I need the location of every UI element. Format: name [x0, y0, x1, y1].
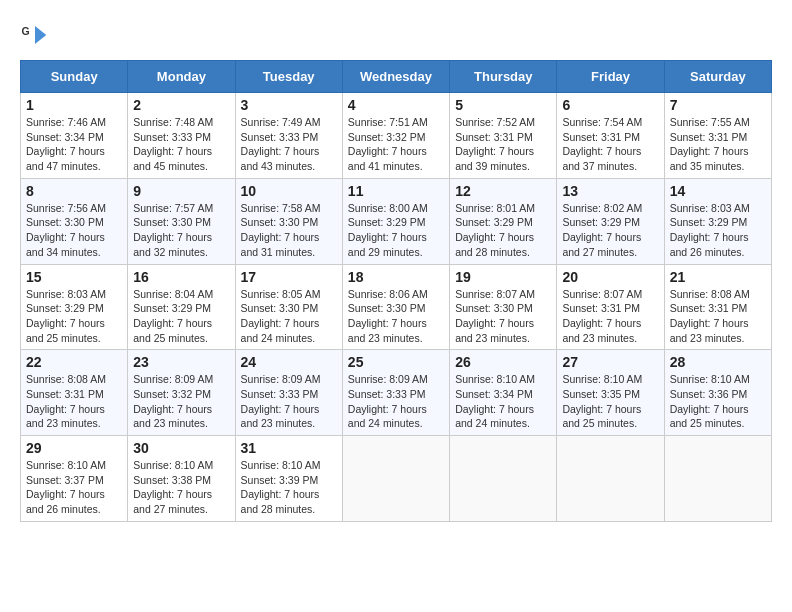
- day-info: Sunrise: 8:03 AM Sunset: 3:29 PM Dayligh…: [26, 287, 122, 346]
- calendar-cell: 19Sunrise: 8:07 AM Sunset: 3:30 PM Dayli…: [450, 264, 557, 350]
- day-info: Sunrise: 8:10 AM Sunset: 3:34 PM Dayligh…: [455, 372, 551, 431]
- day-info: Sunrise: 8:03 AM Sunset: 3:29 PM Dayligh…: [670, 201, 766, 260]
- calendar-cell: 15Sunrise: 8:03 AM Sunset: 3:29 PM Dayli…: [21, 264, 128, 350]
- logo: G: [20, 20, 54, 50]
- day-number: 3: [241, 97, 337, 113]
- calendar-cell: 12Sunrise: 8:01 AM Sunset: 3:29 PM Dayli…: [450, 178, 557, 264]
- calendar-cell: 9Sunrise: 7:57 AM Sunset: 3:30 PM Daylig…: [128, 178, 235, 264]
- day-info: Sunrise: 8:10 AM Sunset: 3:38 PM Dayligh…: [133, 458, 229, 517]
- calendar-cell: 25Sunrise: 8:09 AM Sunset: 3:33 PM Dayli…: [342, 350, 449, 436]
- day-number: 30: [133, 440, 229, 456]
- calendar-cell: 6Sunrise: 7:54 AM Sunset: 3:31 PM Daylig…: [557, 93, 664, 179]
- day-info: Sunrise: 8:08 AM Sunset: 3:31 PM Dayligh…: [670, 287, 766, 346]
- calendar-cell: 7Sunrise: 7:55 AM Sunset: 3:31 PM Daylig…: [664, 93, 771, 179]
- day-info: Sunrise: 8:01 AM Sunset: 3:29 PM Dayligh…: [455, 201, 551, 260]
- day-number: 11: [348, 183, 444, 199]
- day-number: 29: [26, 440, 122, 456]
- day-number: 28: [670, 354, 766, 370]
- day-info: Sunrise: 8:04 AM Sunset: 3:29 PM Dayligh…: [133, 287, 229, 346]
- calendar-table: SundayMondayTuesdayWednesdayThursdayFrid…: [20, 60, 772, 522]
- day-number: 31: [241, 440, 337, 456]
- column-header-friday: Friday: [557, 61, 664, 93]
- calendar-cell: [342, 436, 449, 522]
- day-info: Sunrise: 7:52 AM Sunset: 3:31 PM Dayligh…: [455, 115, 551, 174]
- day-info: Sunrise: 7:56 AM Sunset: 3:30 PM Dayligh…: [26, 201, 122, 260]
- day-info: Sunrise: 7:54 AM Sunset: 3:31 PM Dayligh…: [562, 115, 658, 174]
- logo-icon: G: [20, 20, 50, 50]
- day-number: 15: [26, 269, 122, 285]
- day-number: 2: [133, 97, 229, 113]
- calendar-cell: 8Sunrise: 7:56 AM Sunset: 3:30 PM Daylig…: [21, 178, 128, 264]
- day-number: 14: [670, 183, 766, 199]
- page-header: G: [20, 20, 772, 50]
- day-number: 5: [455, 97, 551, 113]
- day-info: Sunrise: 7:57 AM Sunset: 3:30 PM Dayligh…: [133, 201, 229, 260]
- day-info: Sunrise: 8:07 AM Sunset: 3:31 PM Dayligh…: [562, 287, 658, 346]
- calendar-cell: 26Sunrise: 8:10 AM Sunset: 3:34 PM Dayli…: [450, 350, 557, 436]
- calendar-cell: [664, 436, 771, 522]
- day-number: 21: [670, 269, 766, 285]
- day-number: 25: [348, 354, 444, 370]
- calendar-cell: 1Sunrise: 7:46 AM Sunset: 3:34 PM Daylig…: [21, 93, 128, 179]
- calendar-cell: 10Sunrise: 7:58 AM Sunset: 3:30 PM Dayli…: [235, 178, 342, 264]
- day-number: 8: [26, 183, 122, 199]
- column-header-tuesday: Tuesday: [235, 61, 342, 93]
- day-info: Sunrise: 8:10 AM Sunset: 3:39 PM Dayligh…: [241, 458, 337, 517]
- calendar-cell: 18Sunrise: 8:06 AM Sunset: 3:30 PM Dayli…: [342, 264, 449, 350]
- svg-text:G: G: [22, 25, 30, 37]
- calendar-cell: 16Sunrise: 8:04 AM Sunset: 3:29 PM Dayli…: [128, 264, 235, 350]
- calendar-week-row: 15Sunrise: 8:03 AM Sunset: 3:29 PM Dayli…: [21, 264, 772, 350]
- day-info: Sunrise: 8:09 AM Sunset: 3:32 PM Dayligh…: [133, 372, 229, 431]
- calendar-cell: 29Sunrise: 8:10 AM Sunset: 3:37 PM Dayli…: [21, 436, 128, 522]
- calendar-cell: 17Sunrise: 8:05 AM Sunset: 3:30 PM Dayli…: [235, 264, 342, 350]
- day-number: 1: [26, 97, 122, 113]
- day-info: Sunrise: 7:55 AM Sunset: 3:31 PM Dayligh…: [670, 115, 766, 174]
- day-info: Sunrise: 7:48 AM Sunset: 3:33 PM Dayligh…: [133, 115, 229, 174]
- calendar-cell: 3Sunrise: 7:49 AM Sunset: 3:33 PM Daylig…: [235, 93, 342, 179]
- day-info: Sunrise: 8:09 AM Sunset: 3:33 PM Dayligh…: [241, 372, 337, 431]
- calendar-week-row: 29Sunrise: 8:10 AM Sunset: 3:37 PM Dayli…: [21, 436, 772, 522]
- calendar-cell: [557, 436, 664, 522]
- calendar-cell: 22Sunrise: 8:08 AM Sunset: 3:31 PM Dayli…: [21, 350, 128, 436]
- day-number: 24: [241, 354, 337, 370]
- calendar-week-row: 22Sunrise: 8:08 AM Sunset: 3:31 PM Dayli…: [21, 350, 772, 436]
- calendar-cell: 20Sunrise: 8:07 AM Sunset: 3:31 PM Dayli…: [557, 264, 664, 350]
- day-info: Sunrise: 8:02 AM Sunset: 3:29 PM Dayligh…: [562, 201, 658, 260]
- calendar-cell: 13Sunrise: 8:02 AM Sunset: 3:29 PM Dayli…: [557, 178, 664, 264]
- calendar-cell: 2Sunrise: 7:48 AM Sunset: 3:33 PM Daylig…: [128, 93, 235, 179]
- calendar-cell: 21Sunrise: 8:08 AM Sunset: 3:31 PM Dayli…: [664, 264, 771, 350]
- column-header-wednesday: Wednesday: [342, 61, 449, 93]
- day-number: 17: [241, 269, 337, 285]
- calendar-week-row: 1Sunrise: 7:46 AM Sunset: 3:34 PM Daylig…: [21, 93, 772, 179]
- day-number: 4: [348, 97, 444, 113]
- column-header-sunday: Sunday: [21, 61, 128, 93]
- day-number: 12: [455, 183, 551, 199]
- day-info: Sunrise: 7:49 AM Sunset: 3:33 PM Dayligh…: [241, 115, 337, 174]
- calendar-cell: 5Sunrise: 7:52 AM Sunset: 3:31 PM Daylig…: [450, 93, 557, 179]
- day-number: 7: [670, 97, 766, 113]
- calendar-week-row: 8Sunrise: 7:56 AM Sunset: 3:30 PM Daylig…: [21, 178, 772, 264]
- day-number: 18: [348, 269, 444, 285]
- day-info: Sunrise: 8:07 AM Sunset: 3:30 PM Dayligh…: [455, 287, 551, 346]
- calendar-cell: [450, 436, 557, 522]
- day-number: 16: [133, 269, 229, 285]
- day-info: Sunrise: 8:10 AM Sunset: 3:37 PM Dayligh…: [26, 458, 122, 517]
- calendar-cell: 23Sunrise: 8:09 AM Sunset: 3:32 PM Dayli…: [128, 350, 235, 436]
- day-info: Sunrise: 8:06 AM Sunset: 3:30 PM Dayligh…: [348, 287, 444, 346]
- day-number: 27: [562, 354, 658, 370]
- column-header-monday: Monday: [128, 61, 235, 93]
- day-number: 20: [562, 269, 658, 285]
- day-info: Sunrise: 8:00 AM Sunset: 3:29 PM Dayligh…: [348, 201, 444, 260]
- day-number: 26: [455, 354, 551, 370]
- day-number: 22: [26, 354, 122, 370]
- day-number: 13: [562, 183, 658, 199]
- calendar-cell: 31Sunrise: 8:10 AM Sunset: 3:39 PM Dayli…: [235, 436, 342, 522]
- column-header-saturday: Saturday: [664, 61, 771, 93]
- day-number: 19: [455, 269, 551, 285]
- day-info: Sunrise: 8:05 AM Sunset: 3:30 PM Dayligh…: [241, 287, 337, 346]
- calendar-cell: 11Sunrise: 8:00 AM Sunset: 3:29 PM Dayli…: [342, 178, 449, 264]
- calendar-cell: 14Sunrise: 8:03 AM Sunset: 3:29 PM Dayli…: [664, 178, 771, 264]
- column-header-thursday: Thursday: [450, 61, 557, 93]
- day-info: Sunrise: 8:08 AM Sunset: 3:31 PM Dayligh…: [26, 372, 122, 431]
- day-info: Sunrise: 8:09 AM Sunset: 3:33 PM Dayligh…: [348, 372, 444, 431]
